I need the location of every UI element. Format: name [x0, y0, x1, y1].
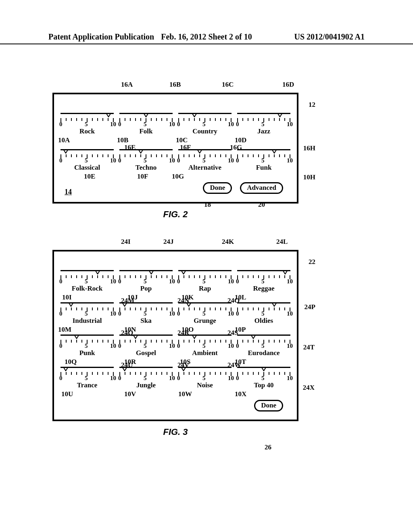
slider-track[interactable] [237, 270, 290, 275]
slider-track[interactable] [60, 113, 114, 118]
scale-num: 5 [202, 343, 206, 349]
scale-num: 5 [261, 278, 265, 285]
slider-thumb-icon[interactable] [149, 270, 154, 274]
slider-track[interactable] [178, 302, 232, 307]
slider-thumb-icon[interactable] [192, 113, 197, 117]
slider-folk-rock: 0510Folk-Rock [60, 270, 114, 293]
slider-scale: 0510 [60, 157, 114, 164]
slider-thumb-icon[interactable] [197, 150, 202, 154]
slider-thumb-icon[interactable] [74, 335, 79, 339]
slider-track[interactable] [60, 149, 114, 154]
slider-track[interactable] [178, 367, 232, 372]
callout-10H: 10H [303, 173, 315, 181]
slider-thumb-icon[interactable] [181, 367, 186, 371]
fig3-row3: 0510Punk0510Gospel0510Ambient0510Eurodan… [60, 335, 290, 357]
slider-track[interactable] [119, 335, 173, 339]
slider-scale: 0510 [60, 343, 114, 349]
slider-track[interactable] [119, 367, 173, 372]
slider-label: Trance [60, 381, 114, 389]
scale-num: 0 [177, 375, 180, 382]
done-button[interactable]: Done [254, 400, 283, 411]
slider-thumb-icon[interactable] [138, 150, 143, 154]
scale-num: 10 [169, 121, 175, 128]
slider-thumb-icon[interactable] [251, 335, 256, 339]
slider-jungle: 0510Jungle [119, 367, 173, 389]
slider-thumb-icon[interactable] [106, 113, 111, 117]
done-button[interactable]: Done [203, 182, 232, 194]
scale-num: 0 [236, 278, 239, 285]
callout-24K: 24K [222, 238, 234, 246]
fig3-row4: 0510Trance0510Jungle0510Noise0510Top 40 [60, 367, 290, 389]
slider-scale: 0510 [178, 278, 232, 285]
svg-marker-2 [192, 114, 196, 117]
fig2-buttons: Done Advanced [60, 182, 290, 194]
scale-num: 10 [287, 343, 293, 349]
advanced-button[interactable]: Advanced [240, 182, 283, 194]
slider-track[interactable] [237, 335, 290, 339]
slider-country: 0510Country [178, 113, 232, 135]
slider-thumb-icon[interactable] [63, 150, 68, 154]
scale-num: 0 [59, 343, 63, 349]
fig2-row2: 0510Classical0510Techno0510Alternative05… [60, 149, 290, 172]
slider-thumb-icon[interactable] [272, 303, 277, 307]
slider-thumb-icon[interactable] [63, 367, 68, 371]
svg-marker-0 [106, 114, 111, 117]
slider-label: Funk [237, 164, 290, 172]
scale-num: 0 [177, 310, 180, 317]
callout-24L: 24L [276, 238, 288, 246]
slider-track[interactable] [237, 113, 290, 118]
slider-thumb-icon[interactable] [95, 270, 100, 274]
scale-num: 0 [59, 375, 63, 382]
slider-thumb-icon[interactable] [186, 303, 191, 307]
slider-scale: 0510 [60, 310, 114, 317]
fig3-buttons: Done [60, 400, 290, 411]
slider-thumb-icon[interactable] [122, 303, 127, 307]
slider-scale: 0510 [119, 310, 173, 317]
slider-gospel: 0510Gospel [119, 335, 173, 357]
slider-track[interactable] [119, 302, 173, 307]
header-rule [0, 44, 413, 44]
slider-thumb-icon[interactable] [277, 113, 282, 117]
scale-num: 10 [287, 157, 293, 164]
slider-track[interactable] [119, 113, 173, 118]
slider-thumb-icon[interactable] [181, 270, 186, 274]
slider-label: Eurodance [237, 349, 290, 357]
slider-thumb-icon[interactable] [69, 303, 73, 307]
slider-label: Industrial [60, 317, 114, 325]
callout-10B: 10B [117, 136, 128, 144]
slider-track[interactable] [60, 335, 114, 339]
slider-thumb-icon[interactable] [122, 367, 127, 371]
scale-num: 10 [228, 310, 234, 317]
slider-track[interactable] [178, 270, 232, 275]
slider-track[interactable] [119, 149, 173, 154]
slider-track[interactable] [237, 149, 290, 154]
slider-track[interactable] [237, 367, 290, 372]
slider-track[interactable] [60, 302, 114, 307]
scale-num: 5 [202, 157, 206, 164]
slider-thumb-icon[interactable] [283, 270, 288, 274]
slider-thumb-icon[interactable] [261, 367, 266, 371]
slider-label: Punk [60, 349, 114, 357]
slider-track[interactable] [178, 335, 232, 339]
slider-track[interactable] [60, 270, 114, 275]
slider-classical: 0510Classical [60, 149, 114, 172]
slider-label: Jazz [237, 127, 290, 135]
slider-thumb-icon[interactable] [133, 335, 138, 339]
slider-scale: 0510 [119, 157, 173, 164]
scale-num: 10 [169, 310, 175, 317]
slider-scale: 0510 [60, 121, 114, 128]
scale-num: 0 [236, 121, 239, 128]
slider-track[interactable] [60, 367, 114, 372]
slider-track[interactable] [119, 270, 173, 275]
slider-thumb-icon[interactable] [272, 150, 277, 154]
slider-track[interactable] [178, 113, 232, 118]
slider-thumb-icon[interactable] [192, 335, 197, 339]
slider-label: Jungle [119, 381, 173, 389]
slider-thumb-icon[interactable] [144, 113, 148, 117]
slider-track[interactable] [237, 302, 290, 307]
scale-num: 0 [118, 278, 121, 285]
slider-label: Classical [60, 164, 114, 172]
scale-num: 10 [169, 343, 175, 349]
scale-num: 10 [287, 278, 293, 285]
slider-track[interactable] [178, 149, 232, 154]
